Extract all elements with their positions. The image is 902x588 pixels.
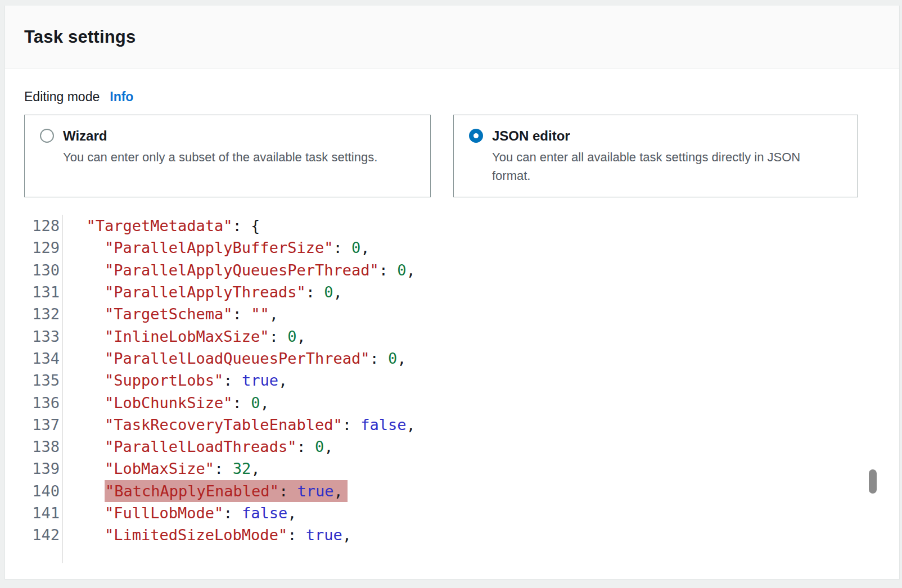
json-editor-option-description: You can enter all available task setting…	[492, 148, 836, 185]
line-number: 139	[5, 458, 63, 480]
editing-mode-section: Editing mode Info Wizard You can enter o…	[5, 88, 899, 197]
code-line[interactable]: 138 "ParallelLoadThreads": 0,	[5, 436, 899, 458]
code-line-content: "TaskRecoveryTableEnabled": false,	[63, 416, 416, 433]
editing-mode-label-row: Editing mode Info	[24, 88, 878, 105]
line-number: 131	[5, 281, 63, 303]
code-line[interactable]: 131 "ParallelApplyThreads": 0,	[5, 281, 899, 303]
code-line[interactable]: 129 "ParallelApplyBufferSize": 0,	[5, 237, 899, 259]
card-header: Task settings	[5, 6, 899, 69]
line-number: 138	[5, 436, 63, 458]
line-number: 132	[5, 303, 63, 325]
line-number: 135	[5, 369, 63, 391]
json-editor-option-text: JSON editor You can enter all available …	[492, 127, 836, 185]
line-number: 130	[5, 259, 63, 281]
json-code-editor[interactable]: 128 "TargetMetadata": {129 "ParallelAppl…	[5, 215, 899, 563]
page-title: Task settings	[24, 27, 136, 47]
code-line[interactable]: 141 "FullLobMode": false,	[5, 502, 899, 524]
code-line-content: "ParallelApplyBufferSize": 0,	[63, 239, 369, 256]
option-card-wizard[interactable]: Wizard You can enter only a subset of th…	[24, 115, 431, 197]
line-number: 134	[5, 347, 63, 369]
code-line[interactable]: 130 "ParallelApplyQueuesPerThread": 0,	[5, 259, 899, 281]
line-number: 137	[5, 414, 63, 436]
code-line-content: "FullLobMode": false,	[63, 504, 296, 522]
line-number: 142	[5, 524, 63, 546]
line-number: 129	[5, 237, 63, 259]
line-number: 133	[5, 325, 63, 347]
code-line[interactable]: 137 "TaskRecoveryTableEnabled": false,	[5, 414, 899, 436]
code-line-content: "LimitedSizeLobMode": true,	[63, 526, 351, 544]
code-line[interactable]: 135 "SupportLobs": true,	[5, 369, 899, 391]
code-line[interactable]: 140 "BatchApplyEnabled": true,	[5, 480, 899, 502]
code-line-empty[interactable]	[5, 546, 899, 563]
code-line[interactable]: 132 "TargetSchema": "",	[5, 303, 899, 325]
code-line-content: "InlineLobMaxSize": 0,	[63, 328, 306, 345]
code-line-content: "ParallelLoadQueuesPerThread": 0,	[63, 350, 406, 367]
code-line-content: "TargetSchema": "",	[63, 305, 278, 323]
code-line-content: "ParallelApplyThreads": 0,	[63, 283, 342, 301]
editing-mode-label: Editing mode	[24, 88, 100, 105]
option-card-json-editor[interactable]: JSON editor You can enter all available …	[453, 115, 858, 197]
wizard-option-description: You can enter only a subset of the avail…	[63, 148, 377, 166]
task-settings-page: Task settings Editing mode Info Wizard Y…	[0, 0, 902, 588]
code-line[interactable]: 134 "ParallelLoadQueuesPerThread": 0,	[5, 347, 899, 369]
editing-mode-options: Wizard You can enter only a subset of th…	[24, 115, 878, 197]
code-line-content: "TargetMetadata": {	[63, 217, 260, 234]
code-line-content: "LobMaxSize": 32,	[63, 460, 260, 477]
line-number	[5, 546, 63, 563]
line-number: 141	[5, 502, 63, 524]
code-line[interactable]: 139 "LobMaxSize": 32,	[5, 458, 899, 480]
code-line-content: "LobChunkSize": 0,	[63, 394, 269, 411]
code-line[interactable]: 133 "InlineLobMaxSize": 0,	[5, 325, 899, 347]
wizard-option-text: Wizard You can enter only a subset of th…	[63, 127, 377, 166]
info-link[interactable]: Info	[110, 88, 133, 105]
line-number: 140	[5, 480, 63, 502]
wizard-option-title: Wizard	[63, 127, 377, 144]
code-line-content: "SupportLobs": true,	[63, 372, 287, 389]
wizard-radio-button[interactable]	[40, 129, 54, 143]
vertical-scrollbar-thumb[interactable]	[869, 469, 877, 494]
line-number: 128	[5, 215, 63, 237]
code-line-content: "ParallelLoadThreads": 0,	[63, 438, 333, 455]
code-line[interactable]: 136 "LobChunkSize": 0,	[5, 391, 899, 413]
code-line-content: "BatchApplyEnabled": true,	[63, 480, 348, 502]
code-line[interactable]: 128 "TargetMetadata": {	[5, 215, 899, 237]
task-settings-card: Task settings Editing mode Info Wizard Y…	[4, 6, 900, 580]
code-line-content: "ParallelApplyQueuesPerThread": 0,	[63, 261, 416, 279]
line-number: 136	[5, 391, 63, 413]
highlighted-code: "BatchApplyEnabled": true,	[105, 480, 348, 502]
json-editor-radio-button[interactable]	[469, 129, 483, 143]
json-editor-option-title: JSON editor	[492, 127, 836, 144]
code-line[interactable]: 142 "LimitedSizeLobMode": true,	[5, 524, 899, 546]
